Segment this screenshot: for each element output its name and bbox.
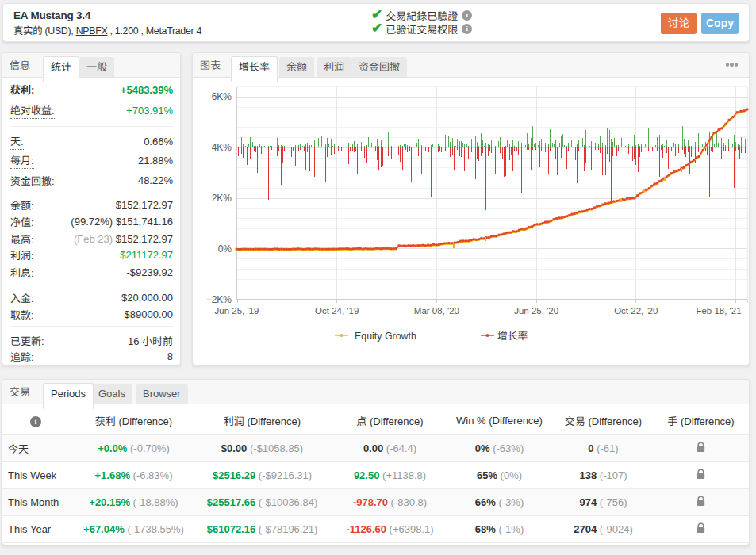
svg-text:6K%: 6K% (212, 91, 232, 102)
svg-text:Jun 25, '20: Jun 25, '20 (514, 306, 558, 316)
svg-text:Oct 22, '20: Oct 22, '20 (614, 306, 658, 316)
svg-text:0%: 0% (218, 243, 232, 255)
svg-text:Feb 18, '21: Feb 18, '21 (696, 306, 741, 316)
svg-text:−2K%: −2K% (206, 294, 232, 305)
svg-text:Oct 24, '19: Oct 24, '19 (315, 306, 359, 316)
svg-text:增长率: 增长率 (497, 330, 528, 342)
svg-text:Jun 25, '19: Jun 25, '19 (215, 306, 259, 316)
svg-text:2K%: 2K% (212, 193, 232, 204)
svg-text:Mar 08, '20: Mar 08, '20 (414, 306, 459, 316)
svg-text:Equity Growth: Equity Growth (355, 331, 416, 342)
svg-text:4K%: 4K% (212, 142, 232, 153)
